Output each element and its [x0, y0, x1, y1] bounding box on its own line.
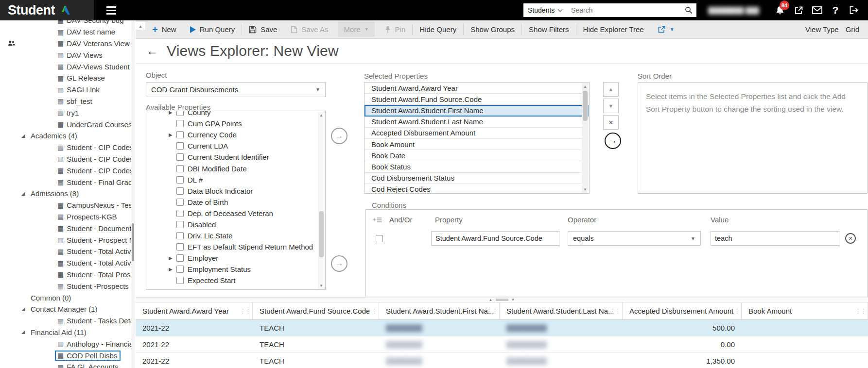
column-menu-handle-icon[interactable] [240, 307, 250, 315]
save-button[interactable]: Save [249, 25, 277, 33]
selected-list-scrollbar[interactable]: ▲ ▼ [582, 83, 589, 193]
tree-expander-icon[interactable] [21, 330, 27, 334]
move-property-up-button[interactable]: ▲ [603, 82, 619, 97]
selected-property-item[interactable]: Student Award.Award Year [365, 83, 589, 94]
selected-property-item[interactable]: Book Amount [365, 139, 589, 150]
sidebar-tree-item[interactable]: ▦ Student - Document Tracking [0, 222, 131, 234]
property-checkbox[interactable] [176, 243, 184, 251]
sidebar-tree-item[interactable]: ▦ DAV Views [0, 49, 131, 61]
search-icon[interactable] [685, 6, 693, 14]
available-property-item[interactable]: Dep. of Deceased Veteran [169, 208, 325, 219]
logged-in-user-name[interactable]: ████████ ███ [708, 7, 759, 14]
sidebar-tree-item[interactable]: ▦ FA GL Accounts [0, 361, 131, 368]
sidebar-tree-item[interactable]: ▦ DAV Veterans View [0, 38, 131, 50]
expand-arrow-icon[interactable] [169, 111, 173, 115]
available-property-item[interactable]: Employer [169, 252, 325, 264]
condition-operator-select[interactable]: equals ▼ [568, 231, 701, 246]
property-checkbox[interactable] [176, 165, 184, 172]
panel-splitter[interactable]: ▲ ▼ [136, 297, 868, 302]
sidebar-tree-item[interactable]: ▦ DAV Security bug [0, 20, 131, 26]
export-button[interactable]: ▼ [658, 25, 675, 33]
splitter-grip[interactable] [496, 299, 508, 301]
sidebar-tree-item[interactable]: ▦ Student - Final Grade Change Rea [0, 176, 131, 188]
property-checkbox[interactable] [176, 153, 184, 161]
remove-condition-button[interactable]: ✕ [845, 233, 856, 244]
available-property-item[interactable]: EFT as Default Stipend Return Method [169, 241, 325, 252]
show-filters-button[interactable]: Show Filters [529, 25, 569, 33]
collapse-toolbar-button[interactable]: ▴ [136, 22, 145, 30]
available-property-item[interactable]: DL # [169, 174, 325, 185]
selected-property-item[interactable]: Student Award.Fund Source.Code [365, 94, 589, 105]
grid-column-header[interactable]: Student Award.Student.Last Na... [500, 302, 623, 319]
column-menu-handle-icon[interactable] [729, 307, 739, 315]
condition-row-checkbox[interactable] [376, 235, 383, 242]
sidebar-tree-item[interactable]: ▦ Student - Total Active Programs [0, 246, 131, 257]
messages-button[interactable] [809, 0, 825, 20]
property-checkbox[interactable] [176, 111, 184, 116]
sidebar-tree-item[interactable]: ▦ sbf_test [0, 96, 131, 107]
sidebar-tree-item[interactable]: ▦ Admissions (8) [0, 188, 131, 200]
condition-value-input[interactable] [711, 231, 839, 246]
sidebar-tree-item[interactable]: ▦ Academics (4) [0, 130, 131, 142]
column-menu-handle-icon[interactable] [366, 307, 377, 315]
property-checkbox[interactable] [176, 210, 184, 217]
column-menu-handle-icon[interactable] [855, 307, 866, 315]
sidebar-scrollbar[interactable] [131, 20, 135, 368]
selected-property-item[interactable]: Student Award.Student.First Name [365, 105, 589, 116]
tree-expander-icon[interactable] [21, 192, 27, 196]
scroll-down-icon[interactable]: ▼ [318, 282, 325, 289]
move-property-down-button[interactable]: ▼ [603, 99, 619, 113]
available-property-item[interactable]: DBI Modified Date [169, 163, 325, 174]
selected-property-item[interactable]: Book Date [365, 150, 589, 161]
grid-column-header[interactable]: Student Award.Student.First Na... [379, 302, 500, 319]
hide-explorer-tree-button[interactable]: Hide Explorer Tree [583, 25, 644, 33]
new-button[interactable]: + New [152, 25, 176, 34]
property-checkbox[interactable] [176, 142, 184, 150]
selected-property-item[interactable]: Accepted Disbursement Amount [365, 128, 589, 139]
property-checkbox[interactable] [176, 221, 184, 228]
sidebar-tree-item[interactable]: ▦ Anthology - Financial Aid MPN De [0, 338, 131, 350]
available-property-item[interactable]: Currency Code [169, 129, 325, 140]
grid-column-header[interactable]: Student Award.Award Year [136, 302, 253, 319]
sidebar-tree-item[interactable]: ▦ COD Pell Disbs [0, 350, 131, 361]
available-property-item[interactable]: Date of Birth [169, 197, 325, 208]
sidebar-tree-item[interactable]: ▦ Student - CIP Codes - Area of Stud [0, 142, 131, 153]
hide-query-button[interactable]: Hide Query [419, 25, 456, 33]
property-checkbox[interactable] [176, 232, 184, 239]
tree-expander-icon[interactable] [21, 307, 27, 311]
view-type-value[interactable]: Grid [846, 25, 859, 33]
sidebar-tree-item[interactable]: ▦ Financial Aid (11) [0, 327, 131, 338]
selected-property-item[interactable]: Book Status [365, 161, 589, 172]
available-property-item[interactable]: Driv. Lic State [169, 230, 325, 241]
sidebar-tree-item[interactable]: ▦ Contact Manager (1) [0, 303, 131, 315]
property-checkbox[interactable] [176, 254, 184, 262]
expand-arrow-icon[interactable] [169, 255, 173, 261]
sidebar-tree-item[interactable]: ▦ Student - CIP Codes - Program [0, 153, 131, 165]
available-property-item[interactable]: Expected Start [169, 275, 325, 286]
selected-property-item[interactable]: Cod Disbursement Status [365, 173, 589, 184]
selected-property-item[interactable]: Cod Reject Codes [365, 184, 589, 194]
property-checkbox[interactable] [176, 176, 184, 184]
splitter-up-icon[interactable]: ▲ [489, 298, 493, 302]
property-checkbox[interactable] [176, 266, 184, 273]
add-condition-property-button[interactable]: → [331, 255, 347, 272]
sidebar-tree-item[interactable]: ▦ Prospects-KGB [0, 211, 131, 223]
help-button[interactable]: ? [827, 0, 844, 20]
add-sort-property-button[interactable]: → [605, 133, 621, 149]
run-query-button[interactable]: Run Query [190, 25, 235, 33]
pin-button[interactable]: Pin [384, 25, 406, 33]
logout-button[interactable] [846, 0, 862, 20]
splitter-down-icon[interactable]: ▼ [511, 298, 515, 302]
product-logo[interactable]: Student [0, 0, 94, 20]
available-property-item[interactable]: Disabled [169, 219, 325, 230]
sidebar-tree-item[interactable]: ▦ Student - Total Active Students [0, 257, 131, 269]
expand-arrow-icon[interactable] [169, 132, 173, 137]
available-property-item[interactable]: Employment Status [169, 264, 325, 275]
tree-expander-icon[interactable] [21, 134, 27, 138]
property-checkbox[interactable] [176, 199, 184, 206]
add-property-button[interactable]: → [331, 128, 347, 144]
property-checkbox[interactable] [176, 277, 184, 284]
save-as-button[interactable]: Save As [291, 25, 328, 33]
sidebar-tree-item[interactable]: ▦ DAV-Views Student Groups [0, 61, 131, 72]
property-checkbox[interactable] [176, 120, 184, 127]
